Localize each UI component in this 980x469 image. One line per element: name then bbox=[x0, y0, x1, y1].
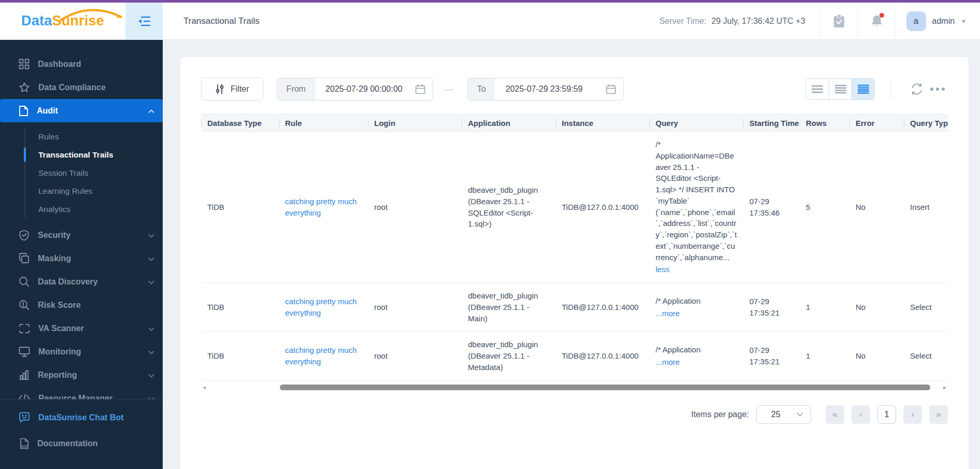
date-from-field[interactable]: From 2025-07-29 00:00:00 bbox=[277, 78, 433, 101]
last-page-button[interactable]: » bbox=[929, 405, 948, 424]
scrollbar-thumb[interactable] bbox=[280, 385, 930, 390]
search-icon bbox=[19, 276, 30, 287]
query-more-link[interactable]: ...more bbox=[656, 357, 737, 368]
density-medium-button[interactable] bbox=[829, 79, 851, 100]
sidebar-item-security[interactable]: Security bbox=[0, 223, 163, 247]
shield-check-icon bbox=[19, 230, 30, 241]
calendar-icon[interactable] bbox=[415, 78, 433, 100]
sidebar-item-data-compliance[interactable]: Data Compliance bbox=[0, 76, 163, 99]
refresh-button[interactable] bbox=[906, 79, 927, 100]
table-row[interactable]: TiDB catching pretty much everything roo… bbox=[201, 283, 948, 332]
filter-button-label: Filter bbox=[231, 84, 249, 94]
chevron-down-icon bbox=[148, 347, 154, 357]
prev-page-button[interactable]: ‹ bbox=[851, 405, 870, 424]
scroll-right-arrow[interactable]: ▸ bbox=[942, 384, 948, 391]
density-full-icon bbox=[858, 84, 869, 94]
sidebar-item-chat-bot[interactable]: DataSunrise Chat Bot bbox=[0, 405, 163, 431]
density-compact-button[interactable] bbox=[806, 79, 829, 100]
col-instance[interactable]: Instance bbox=[556, 115, 649, 132]
sidebar-item-data-discovery[interactable]: Data Discovery bbox=[0, 270, 163, 293]
query-more-link[interactable]: ...more bbox=[656, 308, 737, 319]
scrollbar-track[interactable] bbox=[207, 385, 942, 390]
sidebar-item-rules[interactable]: Rules bbox=[0, 127, 163, 146]
notifications-button[interactable] bbox=[858, 3, 896, 40]
cell-query-type: Insert bbox=[904, 132, 948, 283]
col-login[interactable]: Login bbox=[368, 115, 462, 132]
sidebar-item-dashboard[interactable]: Dashboard bbox=[0, 52, 163, 76]
rule-link[interactable]: catching pretty much everything bbox=[285, 296, 362, 319]
items-per-page-select[interactable]: 25 bbox=[756, 405, 811, 424]
sidebar-item-label: Data Discovery bbox=[38, 277, 98, 287]
chevron-down-icon bbox=[148, 254, 154, 263]
col-query-type[interactable]: Query Type bbox=[904, 115, 948, 132]
notification-badge bbox=[879, 13, 884, 18]
toolbar-right bbox=[805, 78, 948, 100]
sidebar-item-analytics[interactable]: Analytics bbox=[0, 200, 163, 218]
sidebar-item-reporting[interactable]: Reporting bbox=[0, 363, 163, 387]
col-starting-time[interactable]: Starting Time bbox=[743, 115, 800, 132]
cell-rows: 5 bbox=[800, 132, 849, 283]
col-error[interactable]: Error bbox=[849, 115, 904, 132]
sidebar-item-label: Data Compliance bbox=[38, 83, 106, 92]
header-right: Server Time: 29 July, 17:36:42 UTC +3 a … bbox=[659, 3, 980, 39]
server-time-value: 29 July, 17:36:42 UTC +3 bbox=[712, 17, 805, 26]
cell-login: root bbox=[368, 132, 462, 283]
density-medium-icon bbox=[835, 84, 846, 94]
rule-link[interactable]: catching pretty much everything bbox=[285, 345, 362, 367]
sidebar-item-transactional-trails[interactable]: Transactional Trails bbox=[0, 146, 163, 164]
cell-rule: catching pretty much everything bbox=[279, 332, 368, 380]
search-alert-icon bbox=[19, 300, 30, 310]
brand-word-sunrise: Sunrise bbox=[52, 13, 104, 29]
col-rule[interactable]: Rule bbox=[279, 115, 368, 132]
more-actions-button[interactable] bbox=[927, 79, 948, 100]
sidebar-collapse-button[interactable] bbox=[125, 3, 163, 39]
grid-icon bbox=[19, 59, 30, 69]
col-database-type[interactable]: Database Type bbox=[201, 115, 279, 132]
rule-link[interactable]: catching pretty much everything bbox=[285, 196, 362, 219]
brand-logo[interactable]: DataSunrise bbox=[0, 3, 125, 39]
density-full-button[interactable] bbox=[851, 79, 874, 100]
sidebar-item-label: Monitoring bbox=[38, 347, 81, 357]
next-page-button[interactable]: › bbox=[903, 405, 922, 424]
sidebar-item-va-scanner[interactable]: VA Scanner bbox=[0, 317, 163, 340]
sidebar-item-risk-score[interactable]: Risk Score bbox=[0, 293, 163, 317]
date-to-field[interactable]: To 2025-07-29 23:59:59 bbox=[467, 78, 624, 101]
cell-rows: 1 bbox=[800, 283, 849, 332]
col-application[interactable]: Application bbox=[462, 115, 556, 132]
audit-table-wrapper: Database Type Rule Login Application Ins… bbox=[201, 114, 948, 381]
calendar-icon[interactable] bbox=[606, 78, 623, 100]
sidebar-item-label: Reporting bbox=[38, 371, 77, 380]
monitor-icon bbox=[19, 346, 30, 357]
tasks-button[interactable] bbox=[820, 3, 858, 40]
cell-starting-time: 07-29 17:35:46 bbox=[743, 132, 800, 283]
table-row[interactable]: TiDB catching pretty much everything roo… bbox=[201, 132, 948, 283]
table-row[interactable]: TiDB catching pretty much everything roo… bbox=[201, 332, 948, 380]
sidebar-item-monitoring[interactable]: Monitoring bbox=[0, 340, 163, 363]
user-menu[interactable]: a admin ▼ bbox=[896, 11, 980, 31]
sidebar-item-session-trails[interactable]: Session Trails bbox=[0, 164, 163, 182]
chevron-down-icon: ▼ bbox=[961, 18, 967, 24]
cell-starting-time: 07-29 17:35:21 bbox=[743, 283, 800, 332]
sidebar-item-label: DataSunrise Chat Bot bbox=[38, 413, 123, 422]
chevron-down-icon bbox=[148, 324, 154, 333]
first-page-button[interactable]: « bbox=[826, 405, 844, 424]
scroll-left-arrow[interactable]: ◂ bbox=[201, 384, 207, 391]
sidebar-item-masking[interactable]: Masking bbox=[0, 247, 163, 270]
main-content: Filter From 2025-07-29 00:00:00 — To 202… bbox=[163, 40, 980, 469]
pagination: Items per page: 25 « ‹ 1 › » bbox=[201, 405, 948, 424]
current-page-button[interactable]: 1 bbox=[877, 405, 896, 424]
sidebar-item-audit[interactable]: Audit bbox=[0, 99, 163, 122]
filter-button[interactable]: Filter bbox=[201, 78, 263, 101]
query-less-link[interactable]: less bbox=[656, 264, 737, 275]
cell-application: dbeaver_tidb_plugin (DBeaver 25.1.1 - SQ… bbox=[462, 132, 556, 283]
items-per-page-value: 25 bbox=[771, 410, 780, 419]
sidebar-item-learning-rules[interactable]: Learning Rules bbox=[0, 182, 163, 200]
toolbar: Filter From 2025-07-29 00:00:00 — To 202… bbox=[201, 78, 948, 101]
col-query[interactable]: Query bbox=[649, 115, 743, 132]
horizontal-scrollbar: ◂ ▸ bbox=[201, 383, 948, 392]
col-rows[interactable]: Rows bbox=[800, 115, 849, 132]
cell-query: /* Application...more bbox=[649, 283, 743, 332]
cell-query: /* ApplicationName=DBeaver 25.1.1 - SQLE… bbox=[649, 132, 743, 283]
date-from-value: 2025-07-29 00:00:00 bbox=[315, 78, 415, 100]
sidebar-item-documentation[interactable]: DOC Documentation bbox=[0, 431, 163, 457]
